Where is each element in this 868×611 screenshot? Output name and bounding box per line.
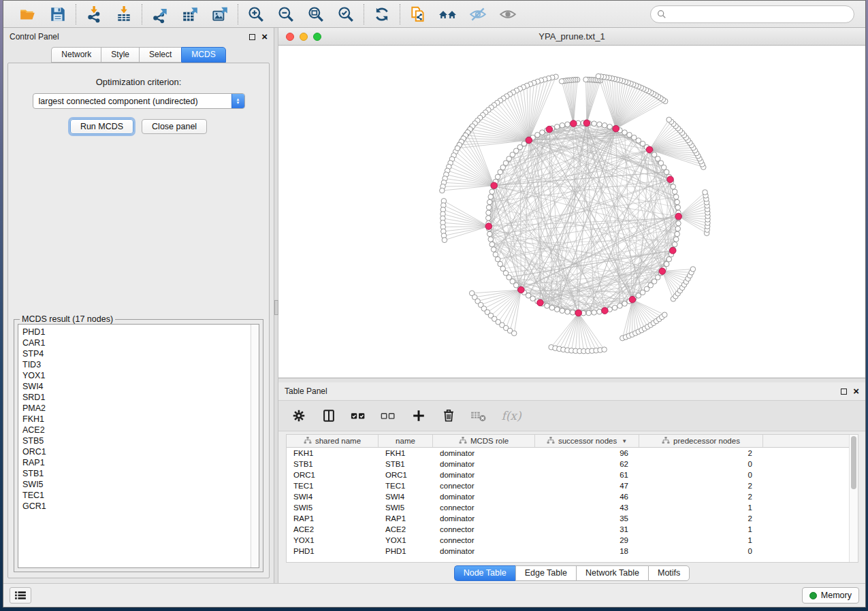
cell-MCDS-role[interactable]: dominator [433,471,535,479]
cell-MCDS-role[interactable]: dominator [433,460,535,468]
zoom-out-icon[interactable] [276,5,295,24]
settings-gear-icon[interactable] [291,408,307,424]
cell-predecessor-nodes[interactable]: 2 [639,482,763,490]
cell-shared-name[interactable]: ORC1 [287,471,379,479]
cell-successor-nodes[interactable]: 47 [535,482,639,490]
delete-column-icon[interactable] [440,408,457,424]
cell-successor-nodes[interactable]: 43 [535,503,639,512]
table-row[interactable]: SWI4SWI4dominator462 [287,491,849,502]
tab-motifs[interactable]: Motifs [648,565,690,581]
cell-successor-nodes[interactable]: 96 [535,449,639,457]
table-row[interactable]: STB1STB1dominator620 [287,459,849,469]
result-node-item[interactable]: PHD1 [22,327,251,337]
table-row[interactable]: TEC1TEC1connector472 [287,480,849,491]
result-node-item[interactable]: GCR1 [22,501,251,512]
cell-shared-name[interactable]: PHD1 [287,547,379,555]
zoom-selected-icon[interactable] [336,5,355,24]
show-all-icon[interactable] [498,5,517,24]
mcds-result-list[interactable]: PHD1CAR1STP4TID3YOX1SWI4SRD1PMA2FKH1ACE2… [18,324,259,568]
refresh-icon[interactable] [372,5,391,24]
close-panel-button[interactable]: Close panel [142,119,207,134]
criterion-select[interactable]: largest connected component (undirected)… [33,93,245,109]
result-node-item[interactable]: RAP1 [22,457,251,468]
splitter-grip[interactable] [274,300,278,315]
zoom-in-icon[interactable] [246,5,266,24]
cell-successor-nodes[interactable]: 46 [535,493,639,501]
window-zoom-icon[interactable] [313,33,321,41]
cell-predecessor-nodes[interactable]: 0 [639,547,763,555]
result-node-item[interactable]: TID3 [22,359,251,370]
hide-selected-icon[interactable] [468,5,487,24]
zoom-fit-icon[interactable] [306,5,325,24]
cell-predecessor-nodes[interactable]: 1 [639,503,763,512]
result-node-item[interactable]: PMA2 [22,403,251,414]
cell-predecessor-nodes[interactable]: 0 [639,460,763,468]
result-node-item[interactable]: CAR1 [22,337,251,348]
cell-shared-name[interactable]: TEC1 [287,482,379,490]
result-node-item[interactable]: ACE2 [22,425,251,435]
cell-name[interactable]: PHD1 [379,547,433,555]
column-header-name[interactable]: name [379,435,433,447]
cell-predecessor-nodes[interactable]: 0 [639,471,763,479]
cell-successor-nodes[interactable]: 35 [535,514,639,523]
table-scrollbar-thumb[interactable] [851,436,856,489]
result-node-item[interactable]: STB1 [22,468,251,479]
cell-name[interactable]: SWI5 [379,503,433,512]
column-header-successor-nodes[interactable]: successor nodes▼ [535,435,639,447]
cell-shared-name[interactable]: STB1 [287,460,379,468]
window-minimize-icon[interactable] [300,33,308,41]
cell-MCDS-role[interactable]: dominator [433,449,535,457]
table-row[interactable]: FKH1FKH1dominator962 [287,448,849,459]
result-node-item[interactable]: YOX1 [22,370,251,381]
network-canvas[interactable] [278,46,865,378]
toggle-columns-icon[interactable] [321,408,337,424]
result-node-item[interactable]: SRD1 [22,392,251,403]
cell-shared-name[interactable]: FKH1 [287,449,379,457]
close-table-panel-icon[interactable]: × [853,388,859,395]
export-network-icon[interactable] [150,5,170,24]
cell-predecessor-nodes[interactable]: 1 [639,525,763,533]
table-row[interactable]: RAP1RAP1dominator352 [287,513,849,524]
import-network-icon[interactable] [84,5,103,24]
cell-shared-name[interactable]: SWI4 [287,493,379,501]
import-table-icon[interactable] [114,5,133,24]
result-node-item[interactable]: SWI4 [22,381,251,392]
search-input[interactable] [666,10,848,19]
cell-name[interactable]: RAP1 [379,514,433,523]
table-row[interactable]: SWI5SWI5connector431 [287,502,849,513]
cell-MCDS-role[interactable]: connector [433,536,535,544]
cell-name[interactable]: FKH1 [379,449,433,457]
tab-edge-table[interactable]: Edge Table [515,565,576,581]
window-close-icon[interactable] [286,33,294,41]
table-row[interactable]: YOX1YOX1connector291 [287,535,849,546]
table-scrollbar[interactable] [849,435,858,562]
select-all-icon[interactable] [351,408,367,424]
memory-button[interactable]: Memory [802,587,859,604]
cell-successor-nodes[interactable]: 31 [535,525,639,533]
clone-network-icon[interactable] [408,5,428,24]
task-history-button[interactable] [10,587,31,604]
column-header-shared-name[interactable]: shared name [287,435,379,447]
cell-MCDS-role[interactable]: dominator [433,547,535,555]
cell-shared-name[interactable]: YOX1 [287,536,379,544]
cell-name[interactable]: YOX1 [379,536,433,544]
result-list-scrollbar[interactable] [251,325,259,567]
panel-splitter[interactable] [274,28,278,583]
result-node-item[interactable]: FKH1 [22,414,251,425]
open-file-icon[interactable] [18,5,37,24]
first-neighbors-icon[interactable] [438,5,457,24]
table-row[interactable]: ORC1ORC1dominator610 [287,469,849,480]
cell-shared-name[interactable]: SWI5 [287,503,379,512]
add-column-icon[interactable] [411,408,427,424]
result-node-item[interactable]: ORC1 [22,446,251,457]
cell-shared-name[interactable]: RAP1 [287,514,379,523]
cell-predecessor-nodes[interactable]: 1 [639,536,763,544]
cell-MCDS-role[interactable]: dominator [433,493,535,501]
tab-select[interactable]: Select [139,47,181,63]
tab-node-table[interactable]: Node Table [454,565,515,581]
search-box[interactable] [650,5,854,23]
result-node-item[interactable]: TEC1 [22,490,251,501]
cell-name[interactable]: ACE2 [379,525,433,533]
column-header-MCDS-role[interactable]: MCDS role [433,435,535,447]
table-row[interactable]: ACE2ACE2connector311 [287,524,849,535]
